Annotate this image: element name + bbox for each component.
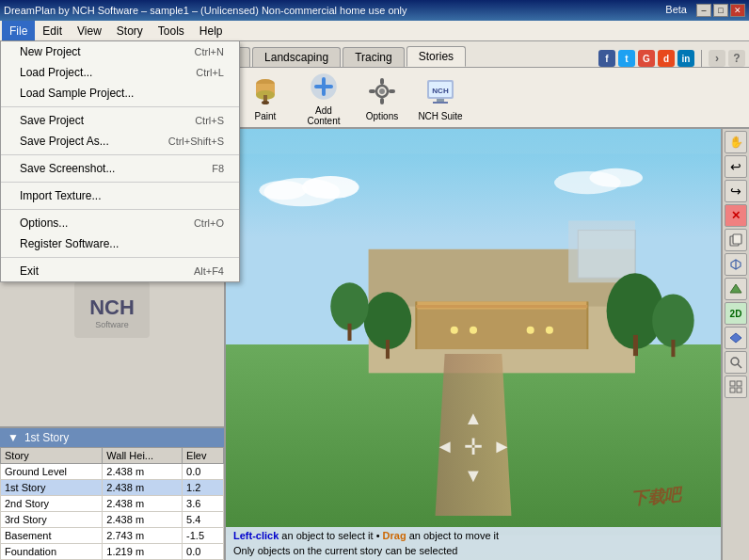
tab-tracing[interactable]: Tracing — [343, 47, 405, 67]
svg-text:NCH: NCH — [432, 87, 449, 95]
copy-button[interactable] — [725, 229, 747, 251]
tab-landscaping[interactable]: Landscaping — [252, 47, 341, 67]
menu-load-project[interactable]: Load Project... Ctrl+L — [1, 62, 239, 83]
menu-story[interactable]: Story — [109, 21, 151, 40]
floor-plan-button[interactable] — [725, 327, 747, 349]
story-height-cell: 2.438 m — [103, 512, 183, 528]
menu-new-project[interactable]: New Project Ctrl+N — [1, 41, 239, 62]
menu-edit[interactable]: Edit — [35, 21, 70, 40]
svg-point-75 — [731, 358, 739, 365]
menu-help[interactable]: Help — [192, 21, 231, 40]
table-row[interactable]: 3rd Story 2.438 m 5.4 — [1, 512, 224, 528]
close-button[interactable]: ✕ — [730, 4, 745, 17]
table-row[interactable]: 1st Story 2.438 m 1.2 — [1, 480, 224, 496]
facebook-icon[interactable]: f — [598, 50, 615, 67]
nav-up-arrow[interactable]: ▲ — [464, 408, 483, 429]
svg-rect-50 — [568, 221, 635, 283]
separator-2 — [1, 154, 239, 155]
svg-rect-62 — [633, 335, 638, 356]
menu-load-sample[interactable]: Load Sample Project... — [1, 83, 239, 104]
undo-button[interactable]: ↩ — [725, 155, 747, 178]
svg-rect-58 — [386, 340, 390, 359]
story-name-cell: 2nd Story — [1, 496, 103, 512]
paint-tool-button[interactable]: Paint — [237, 71, 294, 125]
options-icon — [364, 73, 400, 109]
svg-rect-70 — [733, 234, 741, 244]
status-line2: Only objects on the current story can be… — [233, 544, 713, 558]
svg-point-67 — [527, 327, 534, 334]
left-click-text: Left-click — [233, 530, 279, 541]
terrain-button[interactable] — [725, 278, 747, 300]
social-area: f t G d in › ? — [598, 50, 745, 67]
menu-import-texture[interactable]: Import Texture... — [1, 185, 239, 206]
viewport[interactable]: ▲ ◄ ✛ ► ▼ 下载吧 Left-click — [226, 129, 721, 560]
linkedin-icon[interactable]: in — [677, 50, 694, 67]
nch-suite-icon: NCH — [422, 73, 458, 109]
svg-point-46 — [589, 168, 643, 187]
add-content-label: Add Content — [298, 105, 349, 126]
table-row[interactable]: Ground Level 2.438 m 0.0 — [1, 464, 224, 480]
story-col-header: Story — [1, 448, 103, 464]
menu-file[interactable]: File — [2, 21, 35, 40]
beta-label: Beta — [665, 4, 687, 17]
svg-point-43 — [302, 176, 359, 199]
nch-suite-tool-button[interactable]: NCH NCH Suite — [412, 71, 469, 125]
google-icon[interactable]: G — [638, 50, 655, 67]
nav-right-arrow[interactable]: ► — [492, 436, 511, 457]
svg-text:NCH: NCH — [89, 296, 135, 319]
svg-rect-31 — [369, 89, 375, 93]
minimize-button[interactable]: – — [696, 4, 711, 17]
menubar: File Edit View Story Tools Help New Proj… — [0, 21, 749, 41]
menu-exit[interactable]: Exit Alt+F4 — [1, 261, 239, 281]
story-name-cell: Foundation — [1, 544, 103, 560]
story-height-cell: 1.219 m — [103, 544, 183, 560]
help-icon[interactable]: ? — [728, 50, 745, 67]
menu-tools[interactable]: Tools — [151, 21, 192, 40]
svg-rect-60 — [347, 324, 351, 341]
svg-point-65 — [451, 327, 458, 334]
grid-button[interactable] — [725, 376, 747, 398]
table-row[interactable]: Foundation 1.219 m 0.0 — [1, 544, 224, 560]
chevron-right-icon[interactable]: › — [709, 50, 725, 67]
paint-icon — [247, 73, 283, 109]
tab-stories[interactable]: Stories — [406, 46, 466, 67]
maximize-button[interactable]: □ — [713, 4, 728, 17]
menu-save-screenshot[interactable]: Save Screenshot... F8 — [1, 158, 239, 179]
digg-icon[interactable]: d — [658, 50, 675, 67]
zoom-button[interactable] — [725, 351, 747, 374]
status-mid-text: an object to select it • — [281, 530, 382, 541]
add-content-tool-button[interactable]: Add Content — [295, 71, 352, 125]
svg-marker-74 — [730, 333, 741, 343]
delete-button[interactable]: ✕ — [725, 204, 747, 227]
nav-left-arrow[interactable]: ◄ — [436, 436, 454, 457]
pointer-tool-button[interactable]: ✋ — [725, 131, 747, 153]
navigation-arrows: ▲ ◄ ✛ ► ▼ — [431, 405, 516, 489]
right-panel: ✋ ↩ ↪ ✕ 2D — [721, 129, 749, 560]
status-line1: Left-click an object to select it • Drag… — [233, 529, 713, 543]
3d-view-button[interactable] — [725, 253, 747, 276]
redo-button[interactable]: ↪ — [725, 180, 747, 202]
nav-down-arrow[interactable]: ▼ — [464, 465, 483, 487]
menu-register[interactable]: Register Software... — [1, 233, 239, 254]
nav-center-move[interactable]: ✛ — [464, 434, 483, 460]
menu-view[interactable]: View — [70, 21, 109, 40]
add-content-icon — [306, 70, 342, 104]
window-controls: Beta – □ ✕ — [665, 4, 745, 17]
svg-rect-77 — [730, 381, 735, 386]
2d-view-button[interactable]: 2D — [725, 302, 747, 325]
options-tool-button[interactable]: Options — [354, 71, 410, 125]
svg-line-76 — [738, 364, 741, 368]
stories-header: ▼ 1st Story — [0, 428, 224, 447]
stories-collapse-icon[interactable]: ▼ — [8, 431, 19, 444]
table-row[interactable]: Basement 2.743 m -1.5 — [1, 528, 224, 544]
menu-save-project-as[interactable]: Save Project As... Ctrl+Shift+S — [1, 131, 239, 152]
menu-save-project[interactable]: Save Project Ctrl+S — [1, 110, 239, 131]
svg-rect-78 — [737, 381, 741, 386]
table-row[interactable]: 2nd Story 2.438 m 3.6 — [1, 496, 224, 512]
menu-options[interactable]: Options... Ctrl+O — [1, 213, 239, 233]
stories-table-container[interactable]: Story Wall Hei... Elev Ground Level 2.43… — [0, 447, 224, 560]
svg-rect-32 — [389, 89, 395, 93]
twitter-icon[interactable]: t — [618, 50, 635, 67]
status-post-text: an object to move it — [409, 530, 499, 541]
stories-title: 1st Story — [24, 431, 69, 444]
